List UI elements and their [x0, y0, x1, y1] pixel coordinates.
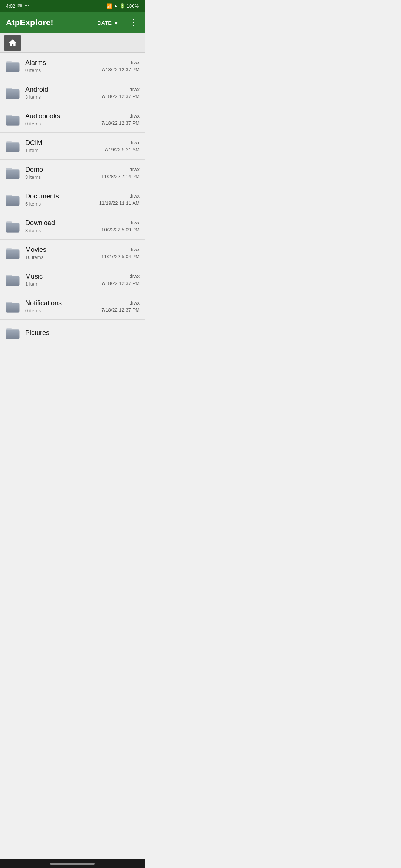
file-name: Audiobooks: [25, 112, 101, 120]
list-item[interactable]: Pictures: [0, 320, 145, 346]
app-bar: AtpExplore! DATE ▼ ⋮: [0, 12, 145, 33]
sort-arrow-icon: ▼: [113, 20, 119, 26]
folder-icon: [4, 111, 21, 128]
file-item-count: 3 items: [25, 174, 101, 180]
folder-icon: [4, 245, 21, 261]
file-meta: drwx 7/18/22 12:37 PM: [101, 86, 140, 99]
file-date: 11/28/22 7:14 PM: [101, 174, 140, 179]
home-button[interactable]: [4, 35, 21, 51]
sort-label: DATE: [97, 20, 112, 26]
folder-icon: [4, 191, 21, 208]
file-info: Documents 5 items: [25, 193, 99, 207]
file-info: Movies 10 items: [25, 246, 101, 260]
file-meta: drwx 7/18/22 12:37 PM: [101, 60, 140, 72]
status-bar: 4:02 ✉ 〜 📶 ▲ 🔋 100%: [0, 0, 145, 12]
file-name: Alarms: [25, 59, 101, 67]
file-date: 11/27/22 5:04 PM: [101, 254, 140, 259]
list-item[interactable]: Android 3 items drwx 7/18/22 12:37 PM: [0, 79, 145, 106]
file-permissions: drwx: [130, 140, 140, 145]
list-item[interactable]: Documents 5 items drwx 11/19/22 11:11 AM: [0, 186, 145, 213]
file-name: DCIM: [25, 139, 104, 147]
file-meta: drwx 11/28/22 7:14 PM: [101, 167, 140, 179]
file-name: Demo: [25, 166, 101, 174]
file-name: Documents: [25, 193, 99, 200]
list-item[interactable]: Movies 10 items drwx 11/27/22 5:04 PM: [0, 240, 145, 266]
folder-svg: [4, 85, 21, 101]
folder-svg: [4, 272, 21, 288]
folder-icon: [4, 218, 21, 234]
file-info: Pictures: [25, 329, 140, 337]
file-name: Pictures: [25, 329, 140, 337]
signal-icon: ▲: [114, 3, 118, 9]
file-info: Audiobooks 0 items: [25, 112, 101, 126]
folder-svg: [4, 165, 21, 181]
file-permissions: drwx: [130, 167, 140, 172]
file-item-count: 5 items: [25, 201, 99, 207]
file-item-count: 3 items: [25, 94, 101, 100]
folder-svg: [4, 245, 21, 261]
more-options-button[interactable]: ⋮: [128, 17, 139, 28]
file-meta: drwx 11/19/22 11:11 AM: [99, 193, 140, 206]
file-item-count: 0 items: [25, 308, 101, 313]
file-meta: drwx 7/18/22 12:37 PM: [101, 113, 140, 126]
file-date: 7/18/22 12:37 PM: [101, 93, 140, 99]
file-meta: drwx 7/18/22 12:37 PM: [101, 300, 140, 313]
file-permissions: drwx: [130, 86, 140, 92]
file-meta: drwx 10/23/22 5:09 PM: [101, 220, 140, 233]
file-date: 11/19/22 11:11 AM: [99, 200, 140, 206]
list-item[interactable]: Music 1 item drwx 7/18/22 12:37 PM: [0, 266, 145, 293]
file-item-count: 0 items: [25, 68, 101, 73]
file-item-count: 0 items: [25, 121, 101, 126]
status-time: 4:02: [6, 3, 15, 9]
file-permissions: drwx: [130, 113, 140, 119]
folder-icon: [4, 138, 21, 154]
file-date: 7/18/22 12:37 PM: [101, 307, 140, 313]
file-info: Android 3 items: [25, 86, 101, 100]
list-item[interactable]: Audiobooks 0 items drwx 7/18/22 12:37 PM: [0, 106, 145, 133]
file-item-count: 1 item: [25, 148, 104, 153]
app-title: AtpExplore!: [6, 18, 53, 27]
list-item[interactable]: Alarms 0 items drwx 7/18/22 12:37 PM: [0, 53, 145, 79]
file-date: 7/18/22 12:37 PM: [101, 120, 140, 126]
battery-icon: 🔋: [120, 3, 125, 9]
file-info: Notifications 0 items: [25, 299, 101, 313]
folder-svg: [4, 191, 21, 208]
file-meta: drwx 7/19/22 5:21 AM: [104, 140, 140, 152]
list-item[interactable]: DCIM 1 item drwx 7/19/22 5:21 AM: [0, 133, 145, 160]
folder-icon: [4, 325, 21, 341]
app-bar-actions: DATE ▼ ⋮: [94, 17, 139, 28]
notification-icon: 〜: [24, 3, 29, 9]
file-info: Download 3 items: [25, 219, 101, 233]
file-name: Notifications: [25, 299, 101, 307]
file-permissions: drwx: [130, 273, 140, 279]
list-item[interactable]: Download 3 items drwx 10/23/22 5:09 PM: [0, 213, 145, 240]
file-info: Demo 3 items: [25, 166, 101, 180]
file-permissions: drwx: [130, 300, 140, 306]
folder-svg: [4, 298, 21, 315]
file-name: Movies: [25, 246, 101, 254]
status-time-area: 4:02 ✉ 〜: [6, 3, 29, 9]
file-info: Alarms 0 items: [25, 59, 101, 73]
list-item[interactable]: Notifications 0 items drwx 7/18/22 12:37…: [0, 293, 145, 320]
file-permissions: drwx: [130, 220, 140, 226]
file-date: 7/18/22 12:37 PM: [101, 280, 140, 286]
file-item-count: 3 items: [25, 228, 101, 233]
file-permissions: drwx: [130, 247, 140, 252]
list-item[interactable]: Demo 3 items drwx 11/28/22 7:14 PM: [0, 160, 145, 186]
folder-icon: [4, 85, 21, 101]
folder-svg: [4, 111, 21, 128]
battery-label: 100%: [127, 3, 139, 9]
status-icons: 📶 ▲ 🔋 100%: [106, 3, 139, 9]
folder-icon: [4, 298, 21, 315]
file-item-count: 10 items: [25, 254, 101, 260]
sort-button[interactable]: DATE ▼: [94, 18, 122, 27]
file-name: Download: [25, 219, 101, 227]
file-permissions: drwx: [130, 193, 140, 199]
wifi-icon: 📶: [106, 3, 112, 9]
file-permissions: drwx: [130, 60, 140, 65]
folder-icon: [4, 272, 21, 288]
file-date: 7/19/22 5:21 AM: [104, 147, 140, 152]
file-meta: drwx 7/18/22 12:37 PM: [101, 273, 140, 286]
folder-svg: [4, 325, 21, 341]
folder-svg: [4, 218, 21, 234]
